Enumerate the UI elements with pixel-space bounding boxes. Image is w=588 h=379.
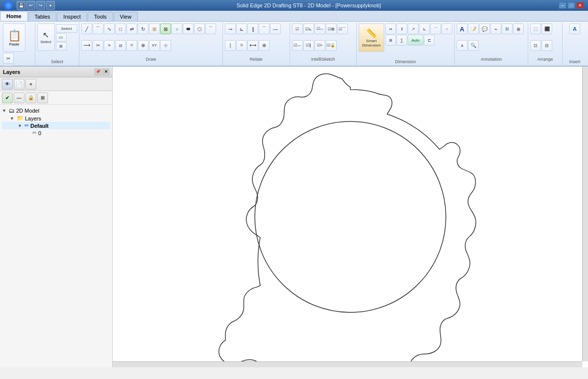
is-horizontal[interactable]: ☑—	[292, 40, 303, 51]
ellipse-button[interactable]: ⬬	[183, 24, 194, 34]
gdt-button[interactable]: ⊞	[502, 24, 513, 34]
relate-more-button[interactable]: ⊕	[259, 40, 270, 51]
dim-btn5[interactable]: ⌒	[430, 24, 441, 34]
perpendicular-button[interactable]: ⊾	[236, 24, 247, 34]
note-button[interactable]: 📝	[468, 24, 479, 34]
arrange-btn1[interactable]: ⬚	[530, 24, 541, 34]
horizontal-button[interactable]: —	[270, 24, 281, 34]
text-button[interactable]: A	[457, 24, 467, 34]
is-parallel[interactable]: ☑∥	[303, 40, 314, 51]
layer-visibility-button[interactable]: 👁	[2, 79, 13, 90]
tree-default[interactable]: ▼ ✏ Default	[2, 122, 110, 129]
save-button[interactable]: 💾	[17, 1, 25, 10]
dim-btn3[interactable]: ↗	[408, 24, 418, 34]
layer-hide-button[interactable]: —	[14, 93, 24, 103]
dim-btn4[interactable]: ⊾	[419, 24, 430, 34]
vertical-button[interactable]: |	[225, 40, 236, 51]
vertical-scrollbar[interactable]	[582, 67, 588, 361]
tab-home[interactable]: Home	[0, 11, 28, 21]
is-tangent[interactable]: ☑⌒	[337, 24, 348, 34]
search-anno-button[interactable]: 🔍	[468, 40, 479, 51]
dim-btn8[interactable]: ∑	[396, 35, 407, 46]
paste-icon: 📋	[8, 29, 21, 42]
dim-auto-button[interactable]: Auto	[408, 35, 423, 46]
equal-rel-button[interactable]: =	[236, 40, 247, 51]
pattern-button[interactable]: ⊞	[149, 24, 160, 34]
panel-close-button[interactable]: ✕	[102, 69, 109, 75]
dim-btn6[interactable]: ○	[441, 24, 452, 34]
dim-btn1[interactable]: ⇔	[385, 24, 396, 34]
hatch-button[interactable]: ⧄	[115, 40, 126, 51]
fillet-button[interactable]: ⌒	[205, 24, 216, 34]
weld-button[interactable]: ∧	[457, 40, 467, 51]
tree-layers[interactable]: ▼ 📁 Layers	[2, 115, 110, 122]
arrange-btn3[interactable]: ⊡	[530, 40, 541, 51]
is-snap1[interactable]: ☑⌓	[315, 24, 325, 34]
undo-button[interactable]: ↩	[26, 1, 35, 10]
annotation-label: Annotation	[481, 56, 502, 62]
equal-button[interactable]: =	[126, 40, 137, 51]
xy-button[interactable]: XY	[149, 40, 160, 51]
trim-button[interactable]: ✂	[93, 40, 103, 51]
horizontal-scrollbar[interactable]	[113, 361, 582, 367]
line-button[interactable]: ╱	[81, 24, 92, 34]
extend-button[interactable]: ⟶	[81, 40, 92, 51]
tab-tools[interactable]: Tools	[88, 12, 113, 21]
select-button[interactable]: ↖ Select	[37, 24, 55, 51]
leader-button[interactable]: ⌁	[490, 24, 501, 34]
qa-dropdown[interactable]: ▼	[46, 1, 55, 10]
panel-pin-button[interactable]: 📌	[95, 69, 101, 75]
polygon-button[interactable]: ⬡	[194, 24, 205, 34]
select-option2-button[interactable]: ⊞	[56, 42, 67, 50]
tree-layers-label: Layers	[25, 116, 41, 121]
layer-type-button[interactable]: ≡	[25, 79, 36, 90]
sym-button[interactable]: ⊗	[513, 24, 524, 34]
dim-btn9[interactable]: ⊏	[424, 35, 435, 46]
coordsys-button[interactable]: ⊹	[160, 40, 171, 51]
layer-add-button[interactable]: 📄	[14, 79, 24, 90]
arrange-btn4[interactable]: ⊟	[541, 40, 552, 51]
circle-button[interactable]: ○	[172, 24, 182, 34]
is-lock[interactable]: ☑🔒	[326, 40, 337, 51]
insert-btn1[interactable]: A	[569, 24, 580, 34]
layer-pencil-icon: ✏	[24, 122, 29, 129]
rectangle-button[interactable]: □	[115, 24, 126, 34]
rotate-button[interactable]: ↻	[138, 24, 148, 34]
coincident-button[interactable]: ⊸	[225, 24, 236, 34]
is-snap2[interactable]: ☑⊠	[326, 24, 337, 34]
arc-button[interactable]: ⌒	[93, 24, 103, 34]
redo-button[interactable]: ↪	[36, 1, 45, 10]
offset-button[interactable]: ⊠	[160, 24, 171, 34]
cut-button[interactable]: ✂	[3, 53, 14, 64]
curve-button[interactable]: ∿	[104, 24, 115, 34]
close-button[interactable]: ✕	[576, 2, 584, 9]
layer-visible-all[interactable]: ✔	[2, 93, 13, 103]
select-all-button[interactable]: Select	[56, 24, 77, 33]
fence-select-button[interactable]: ▭	[56, 33, 67, 42]
tab-tables[interactable]: Tables	[28, 12, 57, 21]
is-coincident[interactable]: ☑	[292, 24, 303, 34]
insert-label: Insert	[569, 58, 581, 65]
layer-group-button[interactable]: ⊞	[37, 93, 48, 103]
balloon-button[interactable]: 💬	[479, 24, 490, 34]
plus-button[interactable]: ⊕	[138, 40, 148, 51]
connect-button[interactable]: ⟷	[247, 40, 258, 51]
is-perpendicular[interactable]: ☑⊾	[303, 24, 314, 34]
mirror-button[interactable]: ⇌	[126, 24, 137, 34]
parallel-button[interactable]: ∥	[247, 24, 258, 34]
minimize-button[interactable]: ─	[559, 2, 566, 9]
dim-btn7[interactable]: ⊞	[385, 35, 396, 46]
layer-lock-button[interactable]: 🔒	[25, 93, 36, 103]
dim-btn2[interactable]: ⇕	[396, 24, 407, 34]
tree-zero[interactable]: ✏ 0	[2, 129, 110, 137]
tangent-button[interactable]: ⌒	[259, 24, 270, 34]
tab-view[interactable]: View	[114, 12, 138, 21]
tree-root[interactable]: ▼ 🗂 2D Model	[2, 107, 110, 115]
point-button[interactable]: +	[104, 40, 115, 51]
is-more1[interactable]: ☑+	[315, 40, 325, 51]
arrange-btn2[interactable]: ⬛	[541, 24, 552, 34]
smart-dimension-button[interactable]: 📏 SmartDimension	[359, 24, 384, 52]
maximize-button[interactable]: □	[567, 2, 575, 9]
tab-inspect[interactable]: Inspect	[57, 12, 87, 21]
paste-button[interactable]: 📋 Paste	[3, 24, 25, 52]
